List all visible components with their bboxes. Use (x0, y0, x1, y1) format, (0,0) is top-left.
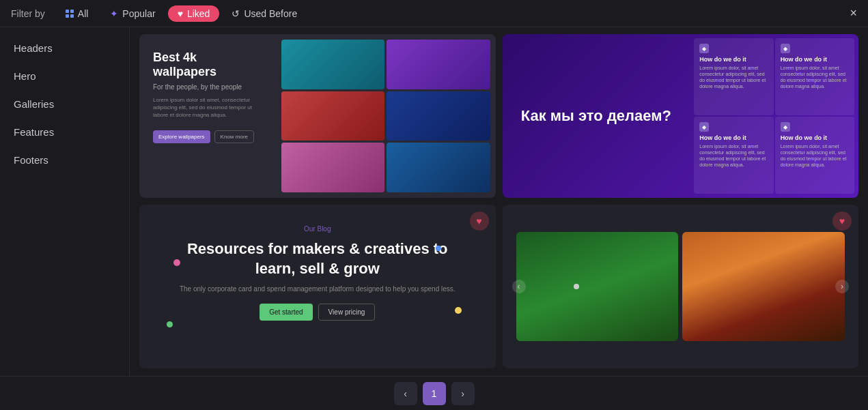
gallery-nav-dot (574, 284, 579, 289)
pagination-next-button[interactable]: › (451, 382, 475, 405)
pagination: ‹ 1 › (0, 376, 868, 410)
thumb-teal (281, 40, 384, 89)
how-cell-1-desc: Lorem ipsum dolor, sit amet consectetur … (699, 65, 768, 89)
dot-yellow (455, 307, 462, 314)
sidebar-item-galleries[interactable]: Galleries (0, 90, 129, 118)
how-cell-3-title: How do we do it (699, 134, 768, 141)
sidebar-item-headers[interactable]: Headers (0, 34, 129, 62)
nav-item-liked[interactable]: ♥ Liked (168, 5, 220, 22)
grid-icon (66, 10, 74, 18)
sidebar: Headers Hero Galleries Features Footers (0, 27, 130, 376)
how-cell-4: ◆ How do we do it Lorem ipsum dolor, sit… (775, 117, 854, 194)
pagination-prev-button[interactable]: ‹ (394, 382, 417, 405)
card-blog-buttons: Get started View pricing (167, 304, 468, 321)
card-blog[interactable]: Our Blog Resources for makers & creative… (139, 205, 496, 368)
dot-blue (436, 246, 441, 251)
nav-used-label: Used Before (244, 8, 297, 19)
card-blog-title: Resources for makers & creatives to lear… (167, 239, 468, 278)
heart-icon: ♥ (178, 8, 183, 19)
spark-icon: ✦ (110, 8, 118, 19)
thumb-blue2 (387, 143, 490, 192)
dot-green (167, 321, 173, 327)
nav-popular-label: Popular (122, 8, 155, 19)
sidebar-item-footers[interactable]: Footers (0, 146, 129, 174)
card-gallery[interactable]: ‹ › ♥ (503, 205, 859, 368)
filter-label: Filter by (11, 8, 45, 19)
view-pricing-button[interactable]: View pricing (318, 304, 376, 321)
gallery-next-arrow[interactable]: › (835, 280, 849, 293)
sidebar-item-hero[interactable]: Hero (0, 62, 129, 90)
card-blog-tag: Our Blog (167, 225, 468, 233)
card-blog-desc: The only corporate card and spend manage… (167, 285, 468, 293)
gallery-image-forest (516, 232, 679, 341)
nav-liked-label: Liked (187, 8, 210, 19)
how-cell-1-title: How do we do it (699, 56, 768, 63)
top-nav: Filter by All ✦ Popular ♥ Liked ↺ Used B… (0, 0, 868, 27)
card-how-grid: ◆ How do we do it Lorem ipsum dolor, sit… (690, 34, 858, 198)
card-wallpaper-grid (276, 34, 496, 198)
how-cell-1: ◆ How do we do it Lorem ipsum dolor, sit… (694, 38, 773, 115)
explore-wallpapers-button[interactable]: Explore wallpapers (153, 130, 210, 143)
how-cell-4-desc: Lorem ipsum dolor, sit amet consectetur … (781, 143, 849, 168)
know-more-button[interactable]: Know more (214, 130, 254, 143)
card-blog-inner: Our Blog Resources for makers & creative… (139, 205, 496, 368)
card-wallpaper-buttons: Explore wallpapers Know more (153, 130, 262, 143)
card-wallpaper-info: Best 4k wallpapers For the people, by th… (139, 34, 276, 198)
nav-all-label: All (78, 8, 89, 19)
how-cell-2: ◆ How do we do it Lorem ipsum dolor, sit… (775, 38, 854, 115)
how-cell-3-icon: ◆ (699, 122, 709, 132)
card-wallpaper-desc: Lorem ipsum dolor sit amet, consectetur … (153, 96, 262, 119)
thumb-pink (281, 143, 384, 192)
card-how-heading-area: Как мы это делаем? (503, 34, 690, 198)
content-area: Best 4k wallpapers For the people, by th… (130, 27, 868, 376)
refresh-icon: ↺ (232, 8, 240, 19)
get-started-button[interactable]: Get started (260, 304, 312, 321)
how-cell-3-desc: Lorem ipsum dolor, sit amet consectetur … (699, 143, 768, 168)
card-how-heading: Как мы это делаем? (521, 107, 671, 125)
how-cell-1-icon: ◆ (699, 44, 709, 53)
pagination-page-1-button[interactable]: 1 (423, 382, 446, 405)
gallery-image-sunset (682, 232, 845, 341)
how-cell-2-title: How do we do it (781, 56, 849, 63)
card-how-we-do[interactable]: Как мы это делаем? ◆ How do we do it Lor… (503, 34, 859, 198)
thumb-ocean (387, 91, 490, 141)
card-wallpaper-subtitle: For the people, by the people (153, 83, 262, 91)
card-wallpaper[interactable]: Best 4k wallpapers For the people, by th… (139, 34, 496, 198)
sidebar-item-features[interactable]: Features (0, 118, 129, 146)
main-content: Headers Hero Galleries Features Footers … (0, 27, 868, 376)
nav-item-all[interactable]: All (56, 5, 98, 22)
how-cell-4-icon: ◆ (781, 122, 790, 132)
nav-item-popular[interactable]: ✦ Popular (100, 5, 165, 22)
how-cell-4-title: How do we do it (781, 134, 849, 141)
card-blog-like-badge[interactable]: ♥ (470, 211, 489, 231)
card-gallery-inner: ‹ › (503, 205, 859, 368)
thumb-purple (387, 40, 490, 89)
dot-pink (173, 259, 180, 266)
how-cell-2-desc: Lorem ipsum dolor, sit amet consectetur … (781, 65, 849, 89)
close-button[interactable]: × (850, 6, 857, 20)
card-gallery-like-badge[interactable]: ♥ (832, 211, 852, 231)
gallery-prev-arrow[interactable]: ‹ (512, 280, 526, 293)
card-wallpaper-title: Best 4k wallpapers (153, 50, 262, 79)
how-cell-2-icon: ◆ (781, 44, 790, 53)
nav-item-used-before[interactable]: ↺ Used Before (222, 5, 307, 22)
how-cell-3: ◆ How do we do it Lorem ipsum dolor, sit… (694, 117, 773, 194)
thumb-red (281, 91, 384, 141)
